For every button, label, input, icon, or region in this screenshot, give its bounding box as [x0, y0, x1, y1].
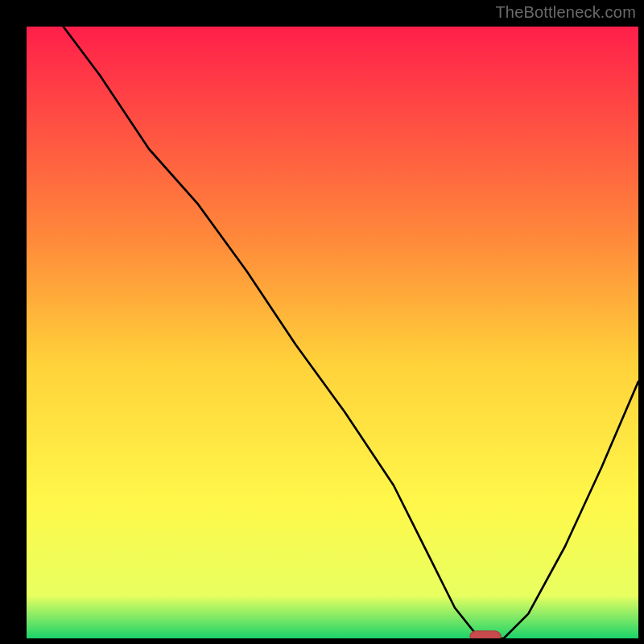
gradient-background [27, 27, 638, 638]
plot-area [27, 27, 638, 638]
plot-svg [27, 27, 638, 638]
optimal-marker [470, 631, 501, 638]
watermark-text: TheBottleneck.com [495, 3, 636, 22]
chart-frame: TheBottleneck.com [0, 0, 644, 644]
